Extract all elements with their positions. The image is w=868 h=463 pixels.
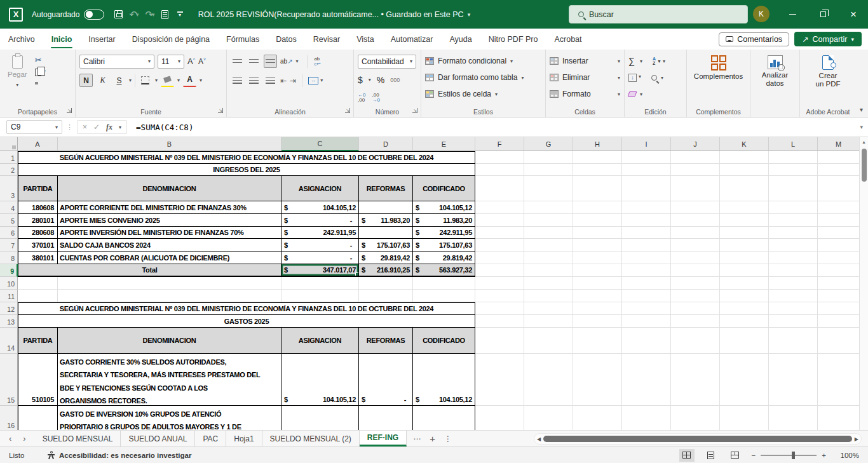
header-denominacion[interactable]: DENOMINACION <box>58 328 281 354</box>
row-header-11[interactable]: 11 <box>0 290 18 302</box>
cell-denominacion[interactable]: APORTE CORRIENTE DEL MINISTERIO DE FINAN… <box>58 201 281 214</box>
font-color-button[interactable]: A <box>183 74 196 87</box>
tab-acrobat[interactable]: Acrobat <box>546 29 590 50</box>
cell-codificado[interactable]: $242.911,95 <box>413 227 475 239</box>
cell-asignacion[interactable]: $- <box>281 252 359 264</box>
zoom-thumb[interactable] <box>792 452 795 459</box>
font-color-dropdown[interactable]: ▾ <box>200 77 202 83</box>
row-header-4[interactable]: 4 <box>0 201 18 214</box>
cell-denominacion[interactable]: CUENTAS POR COBRAR (ALICUOTA DE DICIEMBR… <box>58 252 281 264</box>
comma-style-button[interactable]: 000 <box>390 77 400 83</box>
cell-denominacion[interactable]: APORTE INVERSIÓN DEL MINISTERIO DE FINAN… <box>58 227 281 239</box>
borders-dropdown[interactable]: ▾ <box>155 77 158 83</box>
fill-button[interactable]: ↓▾ <box>628 74 641 82</box>
account-avatar[interactable]: K <box>753 6 770 22</box>
column-header-j[interactable]: J <box>671 137 720 151</box>
tab-archivo[interactable]: Archivo <box>0 29 43 50</box>
cell-partida[interactable]: 180608 <box>18 201 58 214</box>
column-header-h[interactable]: H <box>573 137 622 151</box>
collapse-ribbon-button[interactable]: ▾ <box>860 106 863 113</box>
tab-datos[interactable]: Datos <box>268 29 305 50</box>
row-header-3[interactable]: 3 <box>0 176 18 201</box>
scroll-left-icon[interactable]: ◀ <box>537 436 541 442</box>
zoom-out-button[interactable]: − <box>752 452 756 459</box>
cell-total-label[interactable]: Total <box>18 264 281 277</box>
empty-cell[interactable] <box>359 277 413 290</box>
empty-cell[interactable] <box>281 290 359 302</box>
row-header-15[interactable]: 15 <box>0 354 18 406</box>
row-header-16[interactable]: 16 <box>0 406 18 430</box>
percent-button[interactable]: % <box>377 75 384 85</box>
column-header-f[interactable]: F <box>475 137 524 151</box>
cell-asignacion[interactable]: $104.105,12 <box>281 354 359 406</box>
header-reformas[interactable]: REFORMAS <box>359 176 413 201</box>
italic-button[interactable]: K <box>96 74 109 87</box>
align-right-button[interactable] <box>264 74 277 87</box>
header-partida[interactable]: PARTIDA <box>18 328 58 354</box>
font-size-select[interactable]: 11▾ <box>158 55 184 69</box>
normal-view-button[interactable] <box>679 449 695 462</box>
cell-reformas[interactable] <box>359 227 413 239</box>
column-header-d[interactable]: D <box>359 137 413 151</box>
tab-vista[interactable]: Vista <box>348 29 383 50</box>
underline-button[interactable]: S <box>112 74 126 87</box>
row-header-9[interactable]: 9 <box>0 264 18 277</box>
header-partida[interactable]: PARTIDA <box>18 176 58 201</box>
enter-formula-button[interactable]: ✓ <box>93 123 100 131</box>
find-select-button[interactable]: ▾ <box>651 75 663 81</box>
undo-button[interactable]: ↶▾ <box>126 6 141 23</box>
underline-dropdown[interactable]: ▾ <box>129 77 132 83</box>
sheet-tab-ref-ing-active[interactable]: REF-ING <box>360 431 407 446</box>
orientation-button[interactable]: ab↗ <box>280 58 293 65</box>
decrease-font-button[interactable]: A˅ <box>198 57 206 66</box>
cell-asignacion[interactable] <box>281 406 359 430</box>
accessibility-checker[interactable]: Accesibilidad: es necesario investigar <box>47 451 191 459</box>
zoom-in-button[interactable]: + <box>822 452 826 459</box>
align-center-button[interactable] <box>247 74 261 87</box>
row-header-2[interactable]: 2 <box>0 164 18 176</box>
new-sheet-button[interactable]: + <box>430 433 435 444</box>
print-preview-button[interactable] <box>159 6 171 23</box>
minimize-button[interactable] <box>778 0 807 29</box>
tab-insertar[interactable]: Insertar <box>80 29 123 50</box>
cell-codificado[interactable]: $104.105,12 <box>413 354 475 406</box>
cell-codificado[interactable]: $29.819,42 <box>413 252 475 264</box>
sheet-tab-pac[interactable]: PAC <box>195 431 226 446</box>
cell-styles-button[interactable]: Estilos de celda▾ <box>425 86 541 102</box>
create-pdf-button[interactable]: Crearun PDF <box>804 53 852 91</box>
copy-button[interactable]: ▾ <box>35 69 46 76</box>
row-header-12[interactable]: 12 <box>0 302 18 315</box>
cut-button[interactable]: ✂ <box>35 55 46 65</box>
cell-reformas[interactable]: $- <box>359 354 413 406</box>
empty-cell[interactable] <box>58 277 281 290</box>
cell-subtitle-gastos[interactable]: GASTOS 2025 <box>18 315 475 328</box>
cell-partida[interactable]: 380101 <box>18 252 58 264</box>
analyze-data-button[interactable]: Analizardatos <box>754 53 796 90</box>
cell-partida[interactable]: 370101 <box>18 239 58 252</box>
column-header-b[interactable]: B <box>58 137 281 151</box>
sheet-tab-sueldo-mensual-2[interactable]: SUELDO MENSUAL (2) <box>262 431 360 446</box>
header-codificado[interactable]: CODIFICADO <box>413 328 475 354</box>
conditional-formatting-button[interactable]: Formato condicional▾ <box>425 53 541 69</box>
font-name-select[interactable]: Calibri▾ <box>79 55 154 69</box>
alignment-dialog-launcher[interactable] <box>345 108 350 113</box>
paste-button[interactable]: Pegar ▾ <box>4 53 31 91</box>
currency-button[interactable]: $ <box>358 75 363 85</box>
insert-function-button[interactable]: fx <box>106 123 112 132</box>
header-codificado[interactable]: CODIFICADO <box>413 176 475 201</box>
empty-cell[interactable] <box>281 277 359 290</box>
page-layout-view-button[interactable] <box>703 449 719 462</box>
vertical-scrollbar[interactable]: ▲ <box>859 137 868 430</box>
cell-subtitle-ingresos[interactable]: INGRESOS DEL 2025 <box>18 164 475 176</box>
font-dialog-launcher[interactable] <box>218 108 223 113</box>
column-header-c[interactable]: C <box>281 137 359 151</box>
wrap-text-button[interactable]: abc↩ <box>315 57 321 67</box>
name-box[interactable]: C9▾ <box>6 120 62 134</box>
scroll-right-icon[interactable]: ▶ <box>855 436 858 442</box>
page-break-view-button[interactable] <box>728 449 743 462</box>
zoom-level[interactable]: 100% <box>835 452 859 459</box>
format-cells-button[interactable]: Formato▾ <box>550 86 620 102</box>
cell-partida[interactable]: 280101 <box>18 214 58 227</box>
increase-indent-button[interactable]: ⇥ <box>290 76 296 85</box>
search-input[interactable]: Buscar <box>569 5 748 23</box>
